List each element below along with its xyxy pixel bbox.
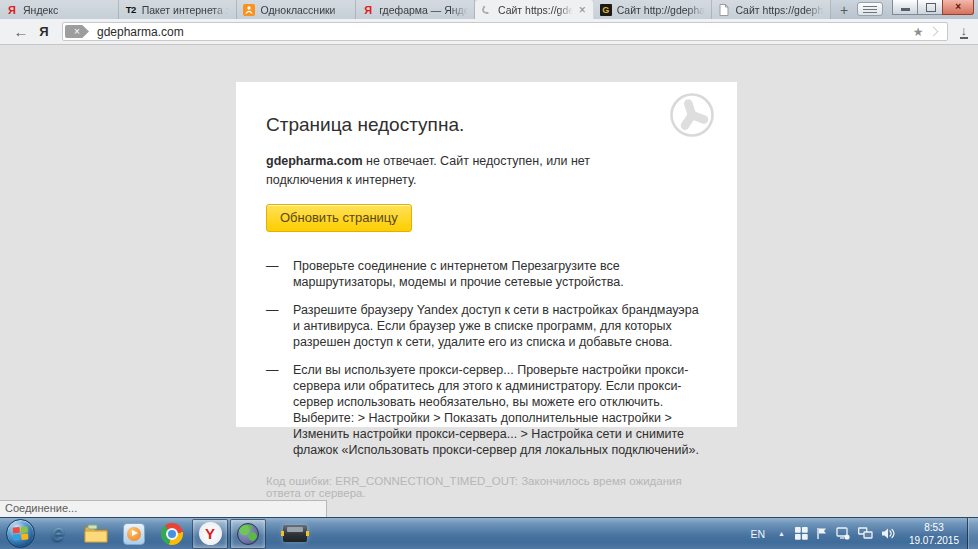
tab-yandex[interactable]: Я Яндекс bbox=[0, 0, 119, 19]
refresh-page-button[interactable]: Обновить страницу bbox=[266, 204, 412, 232]
globe-icon bbox=[237, 523, 259, 545]
g-favicon: G bbox=[600, 4, 612, 16]
new-tab-button[interactable]: + bbox=[831, 0, 857, 19]
status-bar: Соединение... bbox=[0, 500, 327, 517]
taskbar: e Y EN ▲ bbox=[0, 517, 978, 549]
start-button[interactable] bbox=[6, 519, 35, 548]
taskbar-yandex-browser[interactable]: Y bbox=[192, 519, 228, 549]
taskbar-internet-explorer[interactable]: e bbox=[40, 519, 76, 549]
blank-page-favicon bbox=[718, 4, 730, 16]
taskbar-media-player[interactable] bbox=[116, 519, 152, 549]
chrome-icon bbox=[161, 523, 183, 545]
taskbar-file-explorer[interactable] bbox=[78, 519, 114, 549]
tip-item: — Разрешите браузеру Yandex доступ к сет… bbox=[266, 302, 707, 350]
internet-explorer-icon: e bbox=[52, 520, 65, 547]
tab-site-gdepharma-https[interactable]: Сайт https://gdephar bbox=[712, 0, 831, 19]
address-bar[interactable]: × gdepharma.com ★ bbox=[62, 22, 948, 41]
window-controls: × bbox=[893, 0, 974, 19]
windows-flag-icon bbox=[13, 526, 29, 540]
loading-spinner-icon bbox=[481, 4, 493, 16]
troubleshooting-tips: — Проверьте соединение с интернетом Пере… bbox=[266, 258, 707, 458]
tab-close-icon[interactable]: × bbox=[578, 3, 587, 17]
show-desktop-button[interactable] bbox=[967, 518, 978, 549]
clock-time: 8:53 bbox=[909, 521, 959, 534]
taskbar-apps: e Y bbox=[0, 518, 314, 549]
yandex-browser-ball-icon bbox=[669, 92, 715, 142]
url-text: gdepharma.com bbox=[97, 25, 913, 39]
action-center-flag-icon[interactable] bbox=[812, 527, 832, 540]
yandex-home-button[interactable]: Я bbox=[32, 24, 56, 39]
tab-gdefarma-search[interactable]: Я гдефарма — Яндекс: bbox=[356, 0, 475, 19]
tele2-favicon: Т2 bbox=[125, 4, 137, 16]
taskbar-globe-app[interactable] bbox=[230, 519, 266, 549]
browser-toolbar: ← Я × gdepharma.com ★ ↓ bbox=[0, 19, 978, 45]
tab-title: Сайт https://gdephar bbox=[735, 4, 824, 16]
language-indicator[interactable]: EN bbox=[743, 528, 772, 540]
tip-item: — Если вы используете прокси-сервер... П… bbox=[266, 362, 707, 458]
download-icon[interactable]: ↓ bbox=[960, 24, 969, 39]
clock-date: 19.07.2015 bbox=[909, 534, 959, 547]
tab-title: Яндекс bbox=[23, 4, 112, 16]
clock[interactable]: 8:53 19.07.2015 bbox=[899, 521, 967, 547]
media-player-icon bbox=[123, 523, 145, 545]
browser-menu-button[interactable] bbox=[857, 2, 883, 16]
error-card: Страница недоступна. gdepharma.com не от… bbox=[236, 82, 737, 427]
device-settings-icon[interactable] bbox=[832, 527, 854, 540]
network-icon[interactable] bbox=[854, 527, 877, 540]
tip-text: Разрешите браузеру Yandex доступ к сети … bbox=[293, 302, 707, 350]
tab-title: гдефарма — Яндекс: bbox=[379, 4, 468, 16]
tab-title: Сайт http://gdepharm bbox=[617, 4, 706, 16]
error-message: gdepharma.com не отвечает. Сайт недоступ… bbox=[266, 152, 664, 191]
bullet-dash: — bbox=[266, 302, 293, 350]
yandex-browser-icon: Y bbox=[199, 522, 222, 545]
taskbar-chrome[interactable] bbox=[154, 519, 190, 549]
close-button[interactable]: × bbox=[942, 0, 974, 15]
hidden-icons-button[interactable]: ▲ bbox=[772, 530, 791, 537]
tab-site-gdepharma-active[interactable]: Сайт https://gdephar × bbox=[475, 0, 594, 19]
error-domain: gdepharma.com bbox=[266, 154, 363, 168]
system-tray: EN ▲ 8:53 19.07.2015 bbox=[743, 518, 978, 549]
minimize-button[interactable] bbox=[892, 0, 918, 15]
tab-title: Пакет интернета : Кр bbox=[142, 4, 231, 16]
tip-text: Проверьте соединение с интернетом Переза… bbox=[293, 258, 707, 290]
tab-strip: Я Яндекс Т2 Пакет интернета : Кр Однокла… bbox=[0, 0, 978, 19]
volume-icon[interactable] bbox=[877, 527, 899, 540]
error-code: Код ошибки: ERR_CONNECTION_TIMED_OUT: За… bbox=[266, 475, 707, 499]
tab-tele2-paket-interneta[interactable]: Т2 Пакет интернета : Кр bbox=[119, 0, 238, 19]
odnoklassniki-favicon bbox=[243, 4, 255, 16]
back-button[interactable]: ← bbox=[10, 23, 32, 40]
tab-title: Сайт https://gdephar bbox=[498, 4, 573, 16]
taskbar-device-app[interactable] bbox=[277, 519, 313, 549]
site-error-badge-icon[interactable]: × bbox=[65, 25, 89, 38]
maximize-button[interactable] bbox=[917, 0, 943, 15]
bookmark-star-icon[interactable]: ★ bbox=[913, 25, 924, 39]
error-title: Страница недоступна. bbox=[266, 114, 707, 136]
yandex-favicon: Я bbox=[6, 4, 18, 16]
tab-odnoklassniki[interactable]: Одноклассники bbox=[237, 0, 356, 19]
chevron-divider bbox=[928, 27, 938, 37]
tab-title: Одноклассники bbox=[260, 4, 349, 16]
page-viewport: Страница недоступна. gdepharma.com не от… bbox=[0, 46, 978, 517]
status-text: Соединение... bbox=[5, 502, 77, 514]
fax-device-icon bbox=[283, 525, 307, 542]
yandex-favicon: Я bbox=[362, 4, 374, 16]
windows-update-icon[interactable] bbox=[791, 527, 812, 540]
tip-item: — Проверьте соединение с интернетом Пере… bbox=[266, 258, 707, 290]
bullet-dash: — bbox=[266, 362, 293, 458]
bullet-dash: — bbox=[266, 258, 293, 290]
screen: Я Яндекс Т2 Пакет интернета : Кр Однокла… bbox=[0, 0, 978, 549]
folder-icon bbox=[84, 524, 108, 543]
tip-text: Если вы используете прокси-сервер... Про… bbox=[293, 362, 707, 458]
tab-site-gdepharma-http[interactable]: G Сайт http://gdepharm bbox=[594, 0, 713, 19]
